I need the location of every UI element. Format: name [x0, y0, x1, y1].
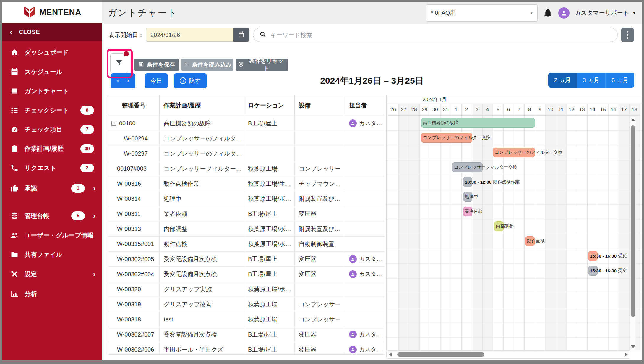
- column-header: ロケーション: [244, 95, 295, 116]
- table-row[interactable]: W-00319グリスアップ改善秋葉原工場コンプレッサー: [108, 297, 385, 312]
- row-location-cell: B工場/屋上: [244, 342, 295, 355]
- chevron-right-icon[interactable]: ›: [127, 77, 129, 85]
- table-row[interactable]: W-00297コンプレッサーのフィルタ…: [108, 146, 385, 161]
- gantt-bar[interactable]: 内部調整: [494, 221, 504, 231]
- search-input[interactable]: [270, 31, 611, 39]
- sidebar-item-clipboard[interactable]: 作業計画/履歴40: [2, 139, 102, 158]
- row-plan-cell: 半田ボール・半田クズ: [160, 342, 244, 355]
- sidebar-close-button[interactable]: ‹ CLOSE: [2, 23, 102, 41]
- prev-next-buttons[interactable]: ‹ ›: [111, 73, 135, 88]
- table-row[interactable]: W-00302#007受変電設備月次点検B工場/屋上変圧器カスタ…: [108, 327, 385, 342]
- table-row[interactable]: W-00302#004受変電設備月次点検B工場/屋上変圧器カスタ…: [108, 267, 385, 282]
- scroll-left-icon[interactable]: [389, 352, 392, 357]
- row-plan-cell: 受変電設備月次点検: [160, 267, 244, 282]
- table-row[interactable]: 00107#003コンプレッサーフィルター…秋葉原工場コンプレッサー: [108, 161, 385, 176]
- gantt-horizontal-scrollbar[interactable]: [386, 350, 630, 359]
- row-location-cell: 秋葉原工場/ボ…: [244, 282, 295, 297]
- workspace-select[interactable]: * 0FAQ用 ▼: [426, 4, 538, 22]
- sidebar-item-phone[interactable]: リクエスト2: [2, 158, 102, 177]
- bar-label: コンプレッサーフィルター交換: [454, 164, 517, 170]
- sidebar-item-label: チェック項目: [25, 120, 62, 139]
- save-conditions-button[interactable]: 条件を保存: [134, 59, 179, 71]
- scroll-right-icon[interactable]: [625, 352, 628, 357]
- sidebar-item-users[interactable]: ユーザー・グループ情報: [2, 226, 102, 245]
- collapse-icon[interactable]: [111, 121, 116, 126]
- gantt-vertical-scrollbar[interactable]: [630, 117, 635, 350]
- row-location-cell: 秋葉原工場/ボ…: [244, 191, 295, 206]
- logo-panel: MENTENA: [2, 2, 102, 23]
- sidebar-item-gauge[interactable]: チェック項目7: [2, 120, 102, 139]
- more-options-button[interactable]: [621, 28, 634, 42]
- gantt-bar[interactable]: 動作点検: [525, 236, 535, 246]
- table-row[interactable]: W-00316動作点検作業秋葉原工場/生…チップマウン…: [108, 176, 385, 191]
- scroll-down-icon[interactable]: [631, 345, 635, 348]
- sidebar-item-database[interactable]: 管理台帳5›: [2, 206, 102, 225]
- sidebar-item-calendar[interactable]: スケジュール: [2, 62, 102, 81]
- calendar-picker-button[interactable]: [233, 28, 249, 42]
- row-equipment-cell: [295, 131, 345, 146]
- load-conditions-button[interactable]: 条件を読み込み: [181, 59, 233, 71]
- sidebar-item-chart[interactable]: 分析: [2, 284, 102, 303]
- row-equipment-cell: 変圧器: [295, 267, 345, 282]
- gantt-bar[interactable]: 10:30 - 12:00動作点検作業: [463, 177, 472, 187]
- range-button-3m[interactable]: 3 ヵ月: [577, 73, 606, 88]
- gantt-bar[interactable]: コンプレッサーのフィルター交換: [421, 133, 472, 143]
- sidebar-close-label: CLOSE: [19, 29, 40, 35]
- row-plan-cell: コンプレッサーのフィルタ…: [160, 131, 244, 146]
- table-row[interactable]: W-00315#001動作点検秋葉原工場/ボ…自動制御装置: [108, 237, 385, 252]
- table-row[interactable]: W-00320グリスアップ実施秋葉原工場/ボ…: [108, 282, 385, 297]
- gantt-bar[interactable]: 業者依頼: [463, 207, 472, 216]
- row-assignee-cell: [345, 176, 385, 191]
- gantt-bar[interactable]: コンプレッサーのフィルター交換: [493, 148, 535, 157]
- hide-panel-button[interactable]: ‹ 隠す: [174, 73, 207, 88]
- table-row[interactable]: W-00311業者依頼B工場/屋上変圧器: [108, 206, 385, 221]
- table-row[interactable]: W-00314処理中秋葉原工場/ボ…附属装置及び…: [108, 191, 385, 206]
- scroll-up-icon[interactable]: [631, 118, 635, 121]
- vertical-scroll-thumb[interactable]: [631, 125, 635, 317]
- sidebar-item-folder[interactable]: 共有ファイル: [2, 245, 102, 264]
- row-id-cell: W-00302#004: [108, 267, 160, 282]
- today-button[interactable]: 今日: [145, 73, 168, 88]
- gantt-bar[interactable]: 15:30 - 16:30受変: [588, 251, 598, 261]
- table-row[interactable]: W-00294コンプレッサーのフィルタ…: [108, 131, 385, 146]
- reset-conditions-button[interactable]: 条件をリセット: [236, 59, 288, 71]
- row-id: W-00316: [117, 180, 141, 187]
- table-row[interactable]: 00100高圧機器類の故障B工場/屋上カスタ…: [108, 116, 385, 131]
- sidebar-item-home[interactable]: ダッシュボード: [2, 43, 102, 62]
- row-id-cell: W-00302#007: [108, 327, 160, 342]
- row-id: W-00311: [117, 211, 140, 217]
- assignee-name: カスタ…: [359, 270, 382, 278]
- range-button-2m[interactable]: 2 ヵ月: [548, 73, 577, 88]
- gantt-bar[interactable]: コンプレッサーフィルター交換: [452, 162, 483, 172]
- home-icon: [10, 48, 19, 56]
- row-location-cell: B工場/屋上: [244, 267, 295, 282]
- sidebar-item-tools[interactable]: 設定›: [2, 265, 102, 284]
- database-icon: [10, 212, 19, 220]
- bell-icon[interactable]: [543, 8, 553, 18]
- gantt-bar[interactable]: 15:30 - 16:30受変: [588, 266, 598, 276]
- gantt-bar[interactable]: 高圧機器類の故障: [421, 118, 535, 128]
- table-row[interactable]: W-00313内部調整秋葉原工場/ボ…附属装置及び…: [108, 221, 385, 237]
- work-table: 整理番号作業計画/履歴ロケーション設備担当者 00100高圧機器類の故障B工場/…: [108, 95, 385, 355]
- user-avatar[interactable]: [558, 7, 570, 19]
- sidebar-item-gantt[interactable]: ガントチャート: [2, 82, 102, 101]
- gauge-icon: [10, 125, 19, 134]
- row-id-cell: W-00315#001: [108, 237, 160, 251]
- chevron-left-icon[interactable]: ‹: [117, 77, 119, 85]
- display-start-date-input[interactable]: 2024/01/26: [146, 28, 233, 42]
- horizontal-scroll-thumb[interactable]: [397, 352, 484, 357]
- chevron-right-icon: ›: [93, 270, 95, 278]
- calendar-icon: [10, 68, 19, 76]
- user-name[interactable]: カスタマーサポート: [575, 9, 629, 17]
- column-header: 作業計画/履歴: [160, 95, 244, 116]
- sidebar-item-checklist[interactable]: チェックシート8: [2, 101, 102, 120]
- gantt-row: [387, 323, 642, 338]
- table-row[interactable]: W-00318test秋葉原工場コンプレッサー: [108, 312, 385, 327]
- table-row[interactable]: W-00302#005受変電設備月次点検B工場/屋上変圧器カスタ…: [108, 252, 385, 267]
- table-row[interactable]: W-00302#006半田ボール・半田クズB工場/屋上変圧器カスタ…: [108, 342, 385, 355]
- row-id: W-00302#004: [117, 271, 154, 278]
- assignee-name: カスタ…: [359, 331, 382, 338]
- range-button-6m[interactable]: 6 ヵ月: [606, 73, 634, 88]
- sidebar-item-thumbsup[interactable]: 承認1›: [2, 179, 102, 198]
- gantt-bar[interactable]: 処理中: [463, 192, 472, 202]
